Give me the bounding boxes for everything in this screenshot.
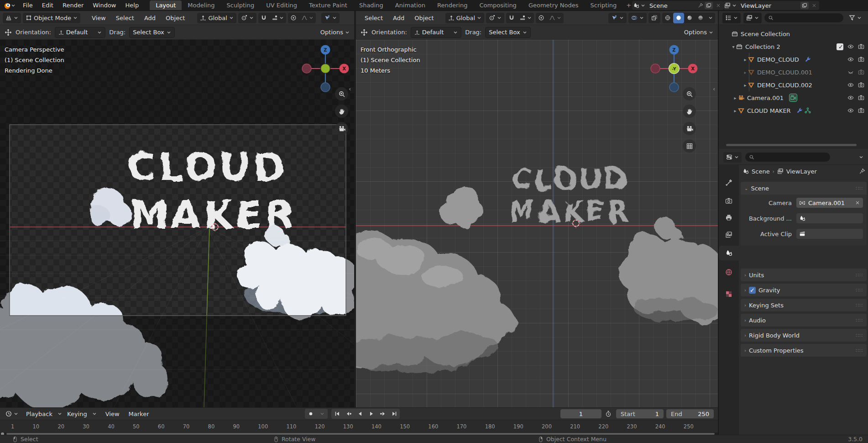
breadcrumb-scene[interactable]: Scene [752,168,770,175]
outliner-row-demo-cloud-002[interactable]: ▸ DEMO_CLOUD.002 [719,79,868,91]
viewport-menu-item[interactable]: Add [139,14,161,22]
frame-tick[interactable]: 40 [108,423,115,430]
options-dropdown[interactable]: Options [684,29,713,36]
scene-name[interactable]: Scene [647,2,696,9]
viewport-left-canvas[interactable]: CLOUD MAKER [0,40,354,407]
frame-tick[interactable]: 90 [233,423,240,430]
render-visibility-icon[interactable] [858,43,864,50]
mode-dropdown[interactable]: Object Mode [23,13,80,23]
shading-material-button[interactable] [684,13,695,23]
keying-set-dropdown[interactable] [316,409,328,419]
zoom-button[interactable] [335,87,348,100]
outliner-row-scene-collection[interactable]: Scene Collection [719,27,868,40]
topbar-menu-item[interactable]: File [18,1,37,10]
keying-menu[interactable]: Keying [63,410,91,418]
play-button[interactable] [366,409,377,419]
options-dropdown[interactable]: Options [320,29,350,36]
shading-wireframe-button[interactable] [662,13,673,23]
viewport-menu-item[interactable]: Add [388,14,409,22]
snap-settings-dropdown[interactable] [517,13,534,23]
viewlayer-icon[interactable] [724,2,731,9]
falloff-dropdown[interactable] [299,13,316,23]
drag-select[interactable]: Select Box [129,27,174,38]
properties-search-input[interactable] [745,153,830,162]
new-scene-button[interactable] [705,2,713,9]
falloff-dropdown[interactable] [547,13,564,23]
current-frame-field[interactable]: 1 [560,409,601,418]
viewlayer-name[interactable]: ViewLayer [738,2,799,9]
topbar-menu-item[interactable]: Edit [37,1,58,10]
filter-type-dropdown[interactable] [743,13,762,23]
frame-tick[interactable]: 130 [343,423,353,430]
outliner-row-collection-2[interactable]: ▾ Collection 2 ✓ [719,40,868,53]
workspace-tab[interactable]: Sculpting [220,0,260,10]
grid-ortho-button[interactable] [683,139,696,153]
proportional-editing-toggle[interactable] [536,13,547,23]
outliner-scrollbar[interactable] [726,144,857,146]
new-viewlayer-button[interactable] [800,2,809,9]
region-collapse-arrow[interactable]: ‹ [349,85,351,92]
outliner-row-demo-cloud[interactable]: ▸ DEMO_CLOUD [719,53,868,66]
outliner-row-cloud-maker[interactable]: ▸ CLOUD MAKER [719,104,868,117]
pivot-dropdown[interactable] [486,13,504,23]
panel-audio[interactable]: ›Audio∷∷ [741,314,867,327]
shading-solid-button[interactable] [673,13,684,23]
orientation-select[interactable]: Default [55,27,106,38]
workspace-tab-active[interactable]: Layout [150,0,182,10]
editor-type-button[interactable] [3,13,21,23]
camera-field[interactable]: Camera.001 [796,198,863,208]
panel-gravity[interactable]: ›✓Gravity∷∷ [741,284,867,296]
geometry-nodes-icon[interactable] [805,107,811,114]
drag-dots-icon[interactable]: ∷∷ [856,185,863,191]
modifier-wrench-icon[interactable] [805,56,811,63]
zoom-button[interactable] [683,87,696,100]
viewport-menu-item[interactable]: Object [161,14,190,22]
drag-dots-icon[interactable]: ∷∷ [856,272,863,278]
use-preview-range-button[interactable] [602,409,614,419]
tab-view-layer[interactable] [719,227,739,242]
eye-icon[interactable] [847,95,854,101]
frame-tick[interactable]: 70 [183,423,190,430]
eye-icon[interactable] [847,56,854,63]
frame-tick[interactable]: 60 [158,423,165,430]
frame-tick[interactable]: 200 [542,423,552,430]
record-button[interactable] [305,409,316,419]
drag-dots-icon[interactable]: ∷∷ [856,302,863,308]
frame-tick[interactable]: 150 [400,423,410,430]
frame-tick[interactable]: 190 [513,423,523,430]
workspace-tab[interactable]: Modeling [182,0,220,10]
snap-toggle[interactable] [506,13,517,23]
snap-toggle[interactable] [258,13,269,23]
clear-icon[interactable] [855,200,860,206]
tab-scene[interactable] [719,246,739,260]
render-visibility-icon[interactable] [858,56,864,63]
pin-icon[interactable] [859,168,865,174]
frame-tick[interactable]: 50 [133,423,140,430]
breadcrumb-viewlayer[interactable]: ViewLayer [786,168,817,175]
frame-tick[interactable]: 250 [684,423,694,430]
frame-tick[interactable]: 220 [598,423,608,430]
frame-tick[interactable]: 30 [83,423,89,430]
navigation-gizmo[interactable]: Z X [300,43,350,94]
topbar-menu-item[interactable]: Help [121,1,144,10]
filter-dropdown[interactable] [846,13,864,23]
drag-dots-icon[interactable]: ∷∷ [856,317,863,323]
pan-button[interactable] [683,105,696,118]
drag-dots-icon[interactable]: ∷∷ [856,332,863,338]
drag-select[interactable]: Select Box [485,27,530,38]
next-keyframe-button[interactable] [377,409,388,419]
marker-menu[interactable]: Marker [125,410,153,418]
workspace-tab[interactable]: Texture Paint [303,0,353,10]
expand-arrow-icon[interactable]: ▸ [743,83,748,88]
frame-tick[interactable]: 110 [286,423,296,430]
play-reverse-button[interactable] [354,409,366,419]
frame-tick[interactable]: 160 [428,423,438,430]
workspace-tab[interactable]: Geometry Nodes [523,0,585,10]
drag-dots-icon[interactable]: ∷∷ [856,348,863,353]
snap-settings-dropdown[interactable] [269,13,286,23]
jump-to-end-button[interactable] [388,409,400,419]
region-collapse-arrow[interactable]: ‹ [713,85,715,92]
workspace-tab[interactable]: UV Editing [260,0,303,10]
panel-rigid-body-world[interactable]: ›Rigid Body World∷∷ [741,329,867,342]
move-tool-icon[interactable] [5,29,12,36]
